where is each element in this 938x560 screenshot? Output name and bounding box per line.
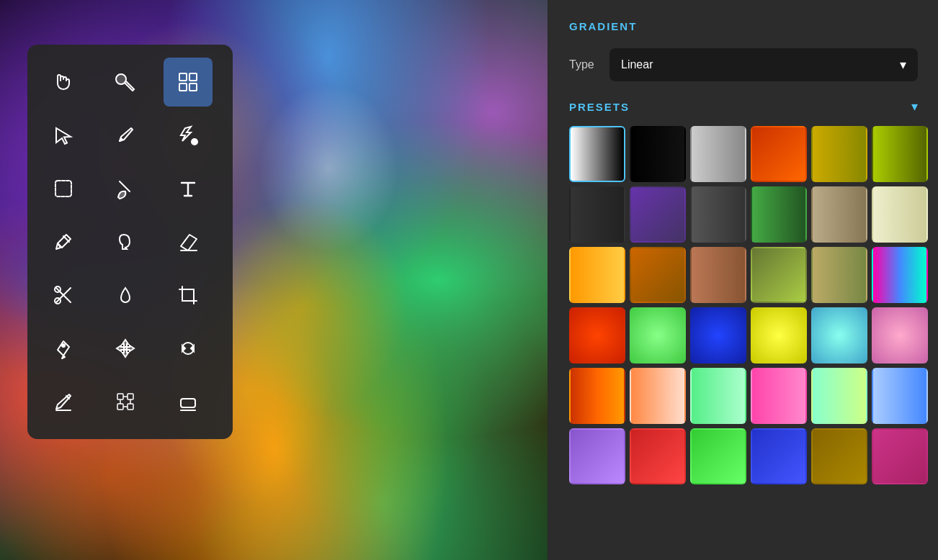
type-label: Type bbox=[569, 58, 598, 71]
svg-rect-21 bbox=[128, 404, 133, 410]
crop-tool[interactable] bbox=[164, 271, 213, 320]
text-tool[interactable] bbox=[164, 164, 213, 213]
brush-tool[interactable] bbox=[101, 58, 150, 107]
gradient-swatch[interactable] bbox=[630, 307, 686, 363]
gradient-swatch[interactable] bbox=[630, 428, 686, 484]
nodes-tool[interactable] bbox=[101, 377, 150, 426]
gradient-swatch[interactable] bbox=[811, 126, 867, 182]
gradient-swatch[interactable] bbox=[872, 428, 928, 484]
grid-tool[interactable] bbox=[164, 58, 213, 107]
hand-tool[interactable] bbox=[39, 58, 88, 107]
gradient-swatch[interactable] bbox=[751, 368, 807, 424]
gradient-swatch[interactable] bbox=[569, 186, 625, 243]
gradient-swatch[interactable] bbox=[690, 428, 746, 484]
svg-rect-7 bbox=[55, 181, 71, 197]
gradient-swatch[interactable] bbox=[872, 368, 928, 424]
paintbrush-tool[interactable] bbox=[101, 164, 150, 213]
gradient-swatch[interactable] bbox=[872, 126, 928, 182]
gradient-swatch[interactable] bbox=[569, 428, 625, 484]
svg-rect-5 bbox=[189, 83, 197, 91]
edit-tool[interactable] bbox=[39, 377, 88, 426]
gradient-swatch[interactable] bbox=[751, 428, 807, 484]
gradient-swatch[interactable] bbox=[872, 186, 928, 243]
scissors-tool[interactable] bbox=[39, 271, 88, 320]
svg-rect-26 bbox=[181, 399, 195, 407]
pencil-tool[interactable] bbox=[101, 111, 150, 160]
gradient-swatch[interactable] bbox=[630, 247, 686, 303]
gradient-swatch[interactable] bbox=[690, 247, 746, 303]
gradient-swatch[interactable] bbox=[690, 186, 746, 243]
svg-rect-4 bbox=[179, 83, 187, 91]
pen-tool[interactable] bbox=[39, 324, 88, 373]
gradient-swatch[interactable] bbox=[690, 368, 746, 424]
gradient-swatch[interactable] bbox=[811, 368, 867, 424]
toolbar bbox=[27, 45, 233, 439]
svg-line-16 bbox=[66, 396, 69, 399]
gradient-swatch[interactable] bbox=[690, 126, 746, 182]
gradient-swatch[interactable] bbox=[569, 307, 625, 363]
gradient-swatch[interactable] bbox=[811, 186, 867, 243]
gradient-swatch[interactable] bbox=[811, 307, 867, 363]
gradient-swatch[interactable] bbox=[872, 247, 928, 303]
svg-point-15 bbox=[62, 344, 65, 347]
gradient-swatch[interactable] bbox=[569, 368, 625, 424]
presets-collapse-icon[interactable]: ▾ bbox=[911, 99, 918, 114]
eyedropper-tool[interactable] bbox=[39, 217, 88, 266]
svg-rect-3 bbox=[189, 73, 197, 81]
gradient-swatch[interactable] bbox=[751, 307, 807, 363]
fill-tool[interactable] bbox=[164, 111, 213, 160]
right-panel: GRADIENT Type Linear ▾ PRESETS ▾ bbox=[549, 0, 938, 560]
svg-rect-18 bbox=[117, 394, 123, 399]
eraser-small-tool[interactable] bbox=[164, 217, 213, 266]
gradient-swatch[interactable] bbox=[811, 428, 867, 484]
gradient-swatch[interactable] bbox=[630, 368, 686, 424]
lasso-tool[interactable] bbox=[39, 164, 88, 213]
pointer-tool[interactable] bbox=[101, 217, 150, 266]
gradient-swatch[interactable] bbox=[569, 247, 625, 303]
rotation-tool[interactable] bbox=[164, 324, 213, 373]
gradient-swatch[interactable] bbox=[630, 126, 686, 182]
gradient-swatch[interactable] bbox=[690, 307, 746, 363]
svg-point-6 bbox=[192, 139, 197, 145]
type-select-value: Linear bbox=[621, 58, 653, 71]
eraser-tool[interactable] bbox=[164, 377, 213, 426]
svg-rect-20 bbox=[117, 404, 123, 410]
gradient-swatch[interactable] bbox=[811, 247, 867, 303]
svg-rect-19 bbox=[128, 394, 133, 399]
presets-title: PRESETS bbox=[569, 101, 630, 113]
presets-header: PRESETS ▾ bbox=[569, 99, 918, 114]
svg-rect-2 bbox=[179, 73, 187, 81]
svg-rect-14 bbox=[182, 289, 194, 301]
dropper-tool[interactable] bbox=[101, 271, 150, 320]
gradient-swatch[interactable] bbox=[569, 126, 625, 182]
symmetry-tool[interactable] bbox=[101, 324, 150, 373]
chevron-down-icon: ▾ bbox=[900, 57, 906, 73]
gradient-swatch[interactable] bbox=[872, 307, 928, 363]
type-row: Type Linear ▾ bbox=[569, 48, 918, 81]
gradient-swatch[interactable] bbox=[630, 186, 686, 243]
select-tool[interactable] bbox=[39, 111, 88, 160]
gradient-swatch[interactable] bbox=[751, 247, 807, 303]
gradient-swatch[interactable] bbox=[751, 126, 807, 182]
type-dropdown[interactable]: Linear ▾ bbox=[609, 48, 918, 81]
gradient-grid bbox=[569, 126, 918, 484]
gradient-title: GRADIENT bbox=[569, 20, 918, 32]
gradient-swatch[interactable] bbox=[751, 186, 807, 243]
